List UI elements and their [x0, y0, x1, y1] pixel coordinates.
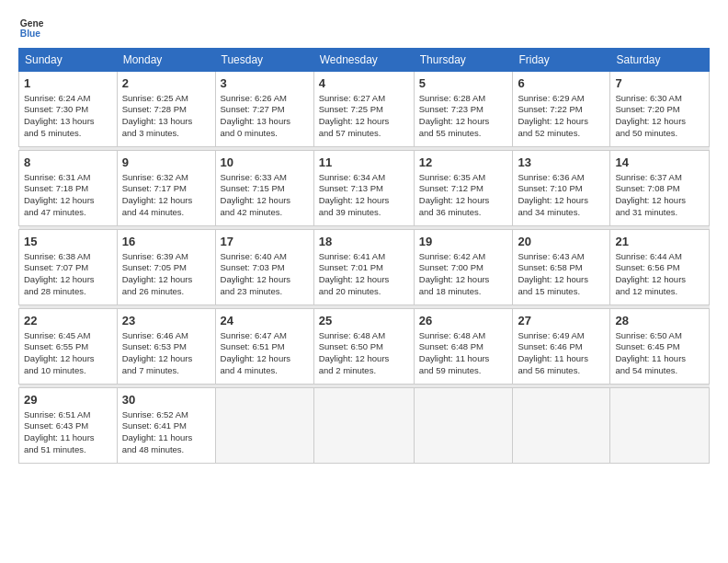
day-detail: Sunrise: 6:41 AMSunset: 7:01 PMDaylight:… — [319, 251, 409, 298]
day-detail: Sunrise: 6:24 AMSunset: 7:30 PMDaylight:… — [24, 93, 112, 140]
calendar-cell: 21Sunrise: 6:44 AMSunset: 6:56 PMDayligh… — [610, 230, 710, 305]
day-detail: Sunrise: 6:32 AMSunset: 7:17 PMDaylight:… — [122, 172, 210, 219]
day-detail: Sunrise: 6:48 AMSunset: 6:50 PMDaylight:… — [319, 330, 409, 377]
day-number: 12 — [419, 155, 508, 171]
day-detail: Sunrise: 6:52 AMSunset: 6:41 PMDaylight:… — [122, 409, 210, 456]
page: General Blue SundayMondayTuesdayWednesda… — [0, 0, 728, 563]
calendar-cell: 8Sunrise: 6:31 AMSunset: 7:18 PMDaylight… — [19, 151, 118, 226]
day-detail: Sunrise: 6:37 AMSunset: 7:08 PMDaylight:… — [615, 172, 704, 219]
calendar-cell: 1Sunrise: 6:24 AMSunset: 7:30 PMDaylight… — [19, 72, 118, 147]
column-header-row: SundayMondayTuesdayWednesdayThursdayFrid… — [19, 49, 710, 72]
col-header-sunday: Sunday — [19, 49, 118, 72]
day-number: 19 — [419, 234, 508, 250]
week-row-5: 29Sunrise: 6:51 AMSunset: 6:43 PMDayligh… — [19, 388, 710, 464]
calendar-cell: 23Sunrise: 6:46 AMSunset: 6:53 PMDayligh… — [117, 309, 215, 385]
day-detail: Sunrise: 6:35 AMSunset: 7:12 PMDaylight:… — [419, 172, 508, 219]
day-detail: Sunrise: 6:43 AMSunset: 6:58 PMDaylight:… — [518, 251, 605, 298]
week-row-2: 8Sunrise: 6:31 AMSunset: 7:18 PMDaylight… — [19, 151, 710, 226]
calendar-cell — [610, 388, 710, 464]
day-number: 27 — [518, 313, 605, 329]
day-number: 25 — [319, 313, 409, 329]
calendar-body: 1Sunrise: 6:24 AMSunset: 7:30 PMDaylight… — [19, 72, 710, 464]
calendar-cell: 9Sunrise: 6:32 AMSunset: 7:17 PMDaylight… — [117, 151, 215, 226]
day-detail: Sunrise: 6:48 AMSunset: 6:48 PMDaylight:… — [419, 330, 508, 377]
calendar-cell: 24Sunrise: 6:47 AMSunset: 6:51 PMDayligh… — [215, 309, 313, 385]
logo: General Blue — [18, 15, 48, 40]
day-detail: Sunrise: 6:25 AMSunset: 7:28 PMDaylight:… — [122, 93, 210, 140]
calendar-cell: 30Sunrise: 6:52 AMSunset: 6:41 PMDayligh… — [117, 388, 215, 464]
col-header-saturday: Saturday — [610, 49, 710, 72]
day-number: 15 — [24, 234, 112, 250]
day-detail: Sunrise: 6:42 AMSunset: 7:00 PMDaylight:… — [419, 251, 508, 298]
logo-icon: General Blue — [18, 15, 44, 40]
day-detail: Sunrise: 6:49 AMSunset: 6:46 PMDaylight:… — [518, 330, 605, 377]
day-number: 21 — [615, 234, 704, 250]
day-number: 28 — [615, 313, 704, 329]
calendar-cell — [414, 388, 513, 464]
day-number: 29 — [24, 392, 112, 408]
calendar-cell: 2Sunrise: 6:25 AMSunset: 7:28 PMDaylight… — [117, 72, 215, 147]
day-number: 17 — [221, 234, 309, 250]
day-number: 13 — [518, 155, 605, 171]
calendar-cell: 20Sunrise: 6:43 AMSunset: 6:58 PMDayligh… — [513, 230, 610, 305]
day-detail: Sunrise: 6:44 AMSunset: 6:56 PMDaylight:… — [615, 251, 704, 298]
calendar-cell: 5Sunrise: 6:28 AMSunset: 7:23 PMDaylight… — [414, 72, 513, 147]
day-number: 1 — [24, 75, 112, 92]
calendar-cell: 16Sunrise: 6:39 AMSunset: 7:05 PMDayligh… — [117, 230, 215, 305]
day-number: 7 — [615, 75, 704, 92]
day-detail: Sunrise: 6:34 AMSunset: 7:13 PMDaylight:… — [319, 172, 409, 219]
svg-text:General: General — [20, 18, 44, 29]
calendar-cell: 15Sunrise: 6:38 AMSunset: 7:07 PMDayligh… — [19, 230, 118, 305]
calendar-cell — [313, 388, 414, 464]
day-detail: Sunrise: 6:39 AMSunset: 7:05 PMDaylight:… — [122, 251, 210, 298]
col-header-monday: Monday — [117, 49, 215, 72]
calendar-cell: 13Sunrise: 6:36 AMSunset: 7:10 PMDayligh… — [513, 151, 610, 226]
day-detail: Sunrise: 6:36 AMSunset: 7:10 PMDaylight:… — [518, 172, 605, 219]
day-detail: Sunrise: 6:29 AMSunset: 7:22 PMDaylight:… — [518, 93, 605, 140]
day-number: 26 — [419, 313, 508, 329]
col-header-thursday: Thursday — [414, 49, 513, 72]
day-detail: Sunrise: 6:50 AMSunset: 6:45 PMDaylight:… — [615, 330, 704, 377]
calendar-cell: 6Sunrise: 6:29 AMSunset: 7:22 PMDaylight… — [513, 72, 610, 147]
calendar-cell: 17Sunrise: 6:40 AMSunset: 7:03 PMDayligh… — [215, 230, 313, 305]
day-number: 23 — [122, 313, 210, 329]
week-row-1: 1Sunrise: 6:24 AMSunset: 7:30 PMDaylight… — [19, 72, 710, 147]
calendar-cell: 11Sunrise: 6:34 AMSunset: 7:13 PMDayligh… — [313, 151, 414, 226]
day-number: 3 — [221, 75, 309, 92]
calendar-cell: 10Sunrise: 6:33 AMSunset: 7:15 PMDayligh… — [215, 151, 313, 226]
day-number: 16 — [122, 234, 210, 250]
day-number: 14 — [615, 155, 704, 171]
calendar-cell: 26Sunrise: 6:48 AMSunset: 6:48 PMDayligh… — [414, 309, 513, 385]
calendar-cell: 12Sunrise: 6:35 AMSunset: 7:12 PMDayligh… — [414, 151, 513, 226]
calendar-cell: 3Sunrise: 6:26 AMSunset: 7:27 PMDaylight… — [215, 72, 313, 147]
day-number: 2 — [122, 75, 210, 92]
day-number: 20 — [518, 234, 605, 250]
day-detail: Sunrise: 6:30 AMSunset: 7:20 PMDaylight:… — [615, 93, 704, 140]
day-number: 4 — [319, 75, 409, 92]
day-detail: Sunrise: 6:40 AMSunset: 7:03 PMDaylight:… — [221, 251, 309, 298]
col-header-friday: Friday — [513, 49, 610, 72]
calendar-cell: 4Sunrise: 6:27 AMSunset: 7:25 PMDaylight… — [313, 72, 414, 147]
day-detail: Sunrise: 6:27 AMSunset: 7:25 PMDaylight:… — [319, 93, 409, 140]
calendar-cell: 7Sunrise: 6:30 AMSunset: 7:20 PMDaylight… — [610, 72, 710, 147]
calendar-cell: 19Sunrise: 6:42 AMSunset: 7:00 PMDayligh… — [414, 230, 513, 305]
calendar-cell: 25Sunrise: 6:48 AMSunset: 6:50 PMDayligh… — [313, 309, 414, 385]
day-detail: Sunrise: 6:47 AMSunset: 6:51 PMDaylight:… — [221, 330, 309, 377]
calendar-table: SundayMondayTuesdayWednesdayThursdayFrid… — [18, 48, 710, 464]
day-detail: Sunrise: 6:33 AMSunset: 7:15 PMDaylight:… — [221, 172, 309, 219]
day-number: 24 — [221, 313, 309, 329]
week-row-4: 22Sunrise: 6:45 AMSunset: 6:55 PMDayligh… — [19, 309, 710, 385]
day-detail: Sunrise: 6:46 AMSunset: 6:53 PMDaylight:… — [122, 330, 210, 377]
day-number: 22 — [24, 313, 112, 329]
day-number: 8 — [24, 155, 112, 171]
day-number: 30 — [122, 392, 210, 408]
day-detail: Sunrise: 6:26 AMSunset: 7:27 PMDaylight:… — [221, 93, 309, 140]
day-number: 18 — [319, 234, 409, 250]
day-number: 11 — [319, 155, 409, 171]
day-detail: Sunrise: 6:38 AMSunset: 7:07 PMDaylight:… — [24, 251, 112, 298]
header: General Blue — [18, 15, 710, 40]
calendar-cell: 29Sunrise: 6:51 AMSunset: 6:43 PMDayligh… — [19, 388, 118, 464]
calendar-cell — [215, 388, 313, 464]
calendar-cell: 18Sunrise: 6:41 AMSunset: 7:01 PMDayligh… — [313, 230, 414, 305]
day-number: 5 — [419, 75, 508, 92]
